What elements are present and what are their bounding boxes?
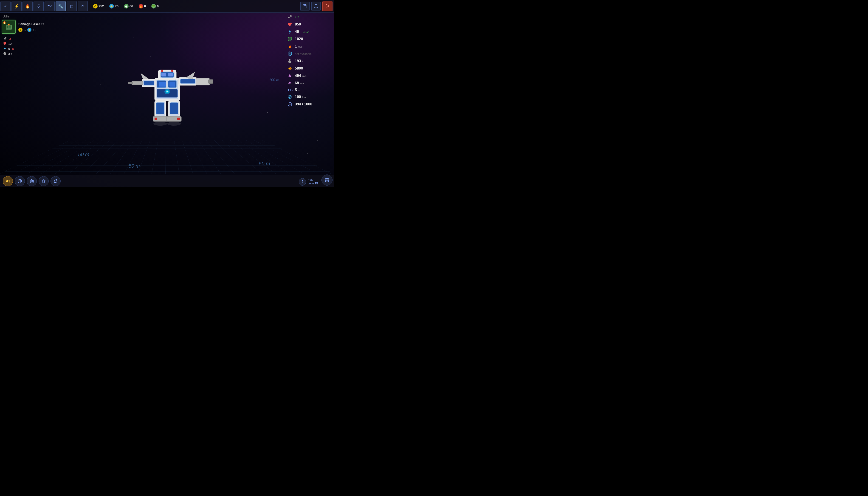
right-stat-speed-main: 5800: [295, 66, 303, 71]
right-ftl-label: FTL: [288, 89, 293, 92]
tool-btn-propel[interactable]: 〜: [45, 1, 55, 11]
svg-rect-4: [9, 26, 11, 28]
right-ftl-icon: FTL: [286, 89, 293, 92]
btn-rotate[interactable]: [50, 176, 61, 186]
svg-marker-8: [289, 30, 291, 34]
right-shield-blue-icon: [286, 51, 293, 56]
resource-power-icon: ⚡: [109, 4, 114, 9]
item-extra-stats: -3 10 0 -5 3 t: [3, 36, 62, 56]
svg-marker-10: [289, 74, 291, 77]
right-health-icon: [286, 22, 293, 27]
right-stat-turn-speed: 68 m/s: [286, 81, 331, 86]
right-stat-ftl-unit: s: [298, 89, 300, 92]
right-stat-weight: 193 t: [286, 59, 331, 64]
grid-floor: [0, 140, 334, 174]
right-stat-weight-main: 193: [295, 59, 301, 63]
tool-btn-fire[interactable]: 🔥: [22, 1, 33, 11]
item-cost-power: ⚡ 10: [27, 28, 36, 32]
right-stat-weight-unit: t: [303, 60, 303, 63]
right-stat-power-value: 46 + 38.2: [295, 30, 309, 34]
exit-button[interactable]: [322, 1, 332, 11]
right-stat-ftl-value: 5 s: [295, 88, 299, 92]
resource-credits-value: 66: [129, 4, 133, 8]
left-panel: Utility 🔥 Salvage Laser T1 ⚙ 5: [0, 13, 64, 59]
right-stat-speed-up: 494 m/s: [286, 73, 331, 78]
item-slot-selected[interactable]: 🔥: [2, 20, 16, 34]
tool-btn-lightning[interactable]: ⚡: [12, 1, 21, 11]
item-stat-power-val: 0: [8, 47, 10, 50]
right-stat-blocks-main: 394 / 1000: [295, 102, 312, 106]
svg-point-9: [289, 59, 291, 61]
resource-repair-icon: 🌿: [151, 4, 156, 9]
health-icon: [3, 42, 7, 46]
right-turn-speed-icon: [286, 81, 293, 86]
help-text-line1: Help: [308, 178, 313, 182]
item-stat-weight-unit: t: [11, 52, 12, 55]
right-stat-power: 46 + 38.2: [286, 29, 331, 34]
item-stat-weight-val: 3: [8, 52, 10, 56]
bottombar: [0, 175, 334, 187]
right-weight-icon: [286, 59, 293, 64]
robot-ship-viewport: [119, 46, 215, 133]
right-stat-power-bonus: + 38.2: [300, 30, 309, 33]
item-stat-health: 10: [3, 42, 62, 46]
svg-point-52: [167, 122, 181, 126]
save-button[interactable]: [300, 2, 310, 11]
btn-sound[interactable]: [3, 176, 13, 186]
right-stat-blocks: 394 / 1000: [286, 102, 331, 107]
right-stat-turn-speed-unit: m/s: [300, 82, 305, 85]
svg-rect-29: [131, 81, 143, 85]
right-stat-fire-main: 1: [295, 44, 297, 48]
resource-energy: ⚙ 252: [93, 4, 104, 9]
svg-rect-1: [304, 4, 306, 5]
btn-hand[interactable]: [27, 176, 37, 186]
topbar: « ⚡ 🔥 🛡 〜 🔧 ◻ ↻ ⚙ 252 ⚡ 76 ◆ 66 🔥 0 🌿 0: [0, 0, 334, 13]
item-stat-power-bonus: -5: [11, 47, 14, 50]
right-blocks-icon: [286, 102, 293, 107]
right-stat-shield-blue-na: not available: [295, 52, 312, 56]
item-stat-weight: 3 t: [3, 52, 62, 56]
resource-power-value: 76: [115, 4, 119, 8]
svg-point-51: [153, 122, 167, 126]
trash-button[interactable]: [322, 174, 332, 186]
help-button[interactable]: ? Help press F1: [299, 178, 318, 186]
right-stat-shield-green-main: 1020: [295, 37, 303, 41]
right-stat-shield-green-value: 1020: [295, 37, 303, 41]
category-label: Utility: [2, 14, 62, 19]
svg-rect-30: [128, 82, 133, 84]
right-stat-ftl: FTL 5 s: [286, 88, 331, 92]
robot-ship-model: [119, 46, 215, 133]
right-stat-health-value: 850: [295, 22, 301, 27]
tool-btn-cube[interactable]: ◻: [66, 1, 77, 11]
item-stat-health-val: 10: [8, 42, 12, 45]
power-icon: [3, 47, 7, 51]
svg-point-13: [290, 97, 290, 97]
resource-damage-icon: 🔥: [139, 4, 143, 9]
tool-btn-cycle[interactable]: ↻: [78, 1, 88, 11]
trash-icon: [324, 177, 330, 183]
item-stat-wrench-val: -3: [8, 37, 11, 41]
svg-point-49: [161, 69, 163, 72]
tool-btn-prev[interactable]: «: [0, 1, 11, 11]
item-cost-gear: ⚙ 5: [18, 28, 26, 32]
right-stat-fire-unit: dps: [298, 45, 303, 48]
resource-energy-value: 252: [98, 4, 104, 8]
right-stat-turn-speed-value: 68 m/s: [295, 81, 305, 85]
help-question-mark: ?: [301, 180, 304, 184]
tool-btn-shield[interactable]: 🛡: [33, 1, 44, 11]
tool-btn-wrench[interactable]: 🔧: [56, 1, 66, 11]
right-wrench-icon: [286, 14, 293, 19]
help-label: Help press F1: [308, 178, 318, 185]
btn-layers[interactable]: [38, 176, 49, 186]
svg-rect-25: [168, 73, 173, 76]
right-speed-icon: [286, 66, 293, 71]
resource-power: ⚡ 76: [109, 4, 119, 9]
right-stat-range-main: 100: [295, 95, 301, 99]
right-speed-up-icon: [286, 73, 293, 78]
export-button[interactable]: [311, 2, 321, 11]
btn-globe[interactable]: [15, 176, 25, 186]
right-shield-green-icon: [286, 36, 293, 42]
right-stat-speed-up-value: 494 m/s: [295, 74, 306, 78]
right-stat-ftl-main: 5: [295, 88, 297, 92]
grid-label-bottom-left: 50 m: [78, 152, 89, 157]
